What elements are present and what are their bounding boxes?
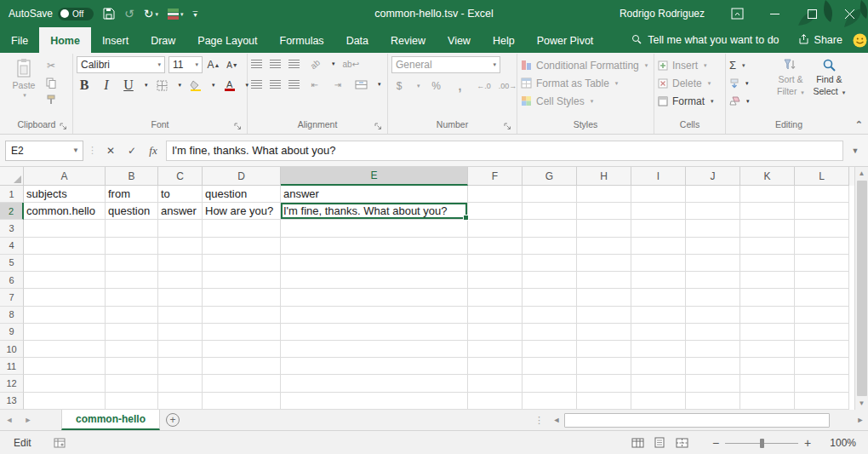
cell-J13[interactable]	[686, 393, 740, 410]
cell-B2[interactable]: question	[106, 203, 158, 220]
cell-H4[interactable]	[577, 238, 631, 255]
column-header-E[interactable]: E	[281, 167, 468, 186]
cell-G8[interactable]	[523, 307, 577, 324]
cell-C13[interactable]	[158, 393, 203, 410]
cell-A10[interactable]	[24, 341, 106, 358]
cell-L11[interactable]	[795, 358, 849, 375]
cell-K10[interactable]	[740, 341, 795, 358]
cell-K1[interactable]	[740, 186, 795, 203]
user-name[interactable]: Rodrigo Rodriguez	[620, 8, 705, 20]
cell-H1[interactable]	[577, 186, 631, 203]
cell-B12[interactable]	[106, 375, 158, 392]
cell-E5[interactable]	[281, 255, 468, 272]
ribbon-tab-home[interactable]: Home	[39, 27, 91, 53]
cell-I5[interactable]	[631, 255, 686, 272]
cell-F6[interactable]	[468, 272, 523, 289]
ribbon-tab-power-pivot[interactable]: Power Pivot	[526, 27, 605, 53]
cell-G3[interactable]	[523, 220, 577, 237]
row-header-7[interactable]: 7	[0, 289, 24, 306]
cell-A8[interactable]	[24, 307, 106, 324]
cell-D9[interactable]	[203, 324, 281, 341]
orientation-caret-icon[interactable]: ▾	[332, 60, 335, 67]
merge-center-caret-icon[interactable]: ▾	[378, 81, 381, 88]
cell-B6[interactable]	[106, 272, 158, 289]
font-color-icon[interactable]: A	[222, 78, 237, 93]
italic-button[interactable]: I	[99, 78, 114, 93]
cell-D8[interactable]	[203, 307, 281, 324]
cell-I9[interactable]	[631, 324, 686, 341]
record-macro-icon[interactable]	[54, 438, 66, 448]
ribbon-display-options-icon[interactable]	[718, 0, 756, 27]
share-button[interactable]: Share	[788, 27, 853, 53]
sheet-tab-common-hello[interactable]: common-hello	[61, 410, 160, 430]
cell-L9[interactable]	[795, 324, 849, 341]
borders-caret-icon[interactable]: ▾	[179, 82, 182, 89]
cell-E12[interactable]	[281, 375, 468, 392]
cell-F5[interactable]	[468, 255, 523, 272]
autosum-button[interactable]: Σ▾	[729, 57, 771, 73]
undo-icon[interactable]: ↺	[124, 8, 134, 20]
cell-B7[interactable]	[106, 289, 158, 306]
cell-K6[interactable]	[740, 272, 795, 289]
cell-K8[interactable]	[740, 307, 795, 324]
page-layout-view-icon[interactable]	[650, 435, 669, 451]
column-header-C[interactable]: C	[158, 167, 203, 186]
cell-C3[interactable]	[158, 220, 203, 237]
row-header-12[interactable]: 12	[0, 375, 24, 392]
ribbon-tab-file[interactable]: File	[0, 27, 39, 53]
cell-K5[interactable]	[740, 255, 795, 272]
cell-F13[interactable]	[468, 393, 523, 410]
autosave-toggle[interactable]: AutoSave Off	[9, 8, 94, 20]
cell-H3[interactable]	[577, 220, 631, 237]
cell-H7[interactable]	[577, 289, 631, 306]
cell-A9[interactable]	[24, 324, 106, 341]
increase-font-size-icon[interactable]: A▲	[206, 57, 221, 72]
cell-B10[interactable]	[106, 341, 158, 358]
cell-E13[interactable]	[281, 393, 468, 410]
cell-K12[interactable]	[740, 375, 795, 392]
font-dialog-launcher-icon[interactable]	[234, 123, 243, 131]
hscroll-right-icon[interactable]: ►	[853, 416, 868, 424]
vscroll-down-icon[interactable]: ▼	[855, 397, 868, 410]
cell-C9[interactable]	[158, 324, 203, 341]
cell-H10[interactable]	[577, 341, 631, 358]
number-dialog-launcher-icon[interactable]	[504, 123, 512, 131]
cell-I2[interactable]	[631, 203, 686, 220]
normal-view-icon[interactable]	[628, 435, 647, 451]
find-select-button[interactable]: Find & Select ▾	[810, 56, 848, 119]
cell-E6[interactable]	[281, 272, 468, 289]
cell-J12[interactable]	[686, 375, 740, 392]
cell-G10[interactable]	[523, 341, 577, 358]
number-format-select[interactable]: General▾	[391, 56, 500, 73]
sheet-nav-right-icon[interactable]: ►	[19, 410, 37, 430]
cell-K7[interactable]	[740, 289, 795, 306]
decrease-indent-icon[interactable]: ⇤	[307, 77, 323, 92]
cell-I12[interactable]	[631, 375, 686, 392]
cell-B13[interactable]	[106, 393, 158, 410]
cell-E11[interactable]	[281, 358, 468, 375]
cell-D11[interactable]	[203, 358, 281, 375]
cell-G4[interactable]	[523, 238, 577, 255]
fill-color-caret-icon[interactable]: ▾	[212, 82, 215, 89]
cell-K2[interactable]	[740, 203, 795, 220]
cell-D5[interactable]	[203, 255, 281, 272]
cell-E1[interactable]: answer	[281, 186, 468, 203]
vertical-scrollbar[interactable]: ▲ ▼	[854, 167, 868, 410]
currency-format-icon[interactable]: $	[391, 78, 407, 94]
minimize-button[interactable]	[756, 0, 793, 27]
hscroll-left-icon[interactable]: ◄	[549, 416, 564, 424]
cell-L10[interactable]	[795, 341, 849, 358]
cell-A6[interactable]	[24, 272, 106, 289]
align-bottom-icon[interactable]	[288, 60, 300, 68]
cell-E7[interactable]	[281, 289, 468, 306]
ribbon-tab-data[interactable]: Data	[335, 27, 380, 53]
alignment-dialog-launcher-icon[interactable]	[374, 123, 383, 131]
cell-F10[interactable]	[468, 341, 523, 358]
cell-D6[interactable]	[203, 272, 281, 289]
cell-A13[interactable]	[24, 393, 106, 410]
feedback-smiley-icon[interactable]	[853, 27, 868, 53]
wrap-text-icon[interactable]: ab↩	[343, 56, 360, 72]
cell-D2[interactable]: How are you?	[203, 203, 281, 220]
cell-H12[interactable]	[577, 375, 631, 392]
cell-L8[interactable]	[795, 307, 849, 324]
